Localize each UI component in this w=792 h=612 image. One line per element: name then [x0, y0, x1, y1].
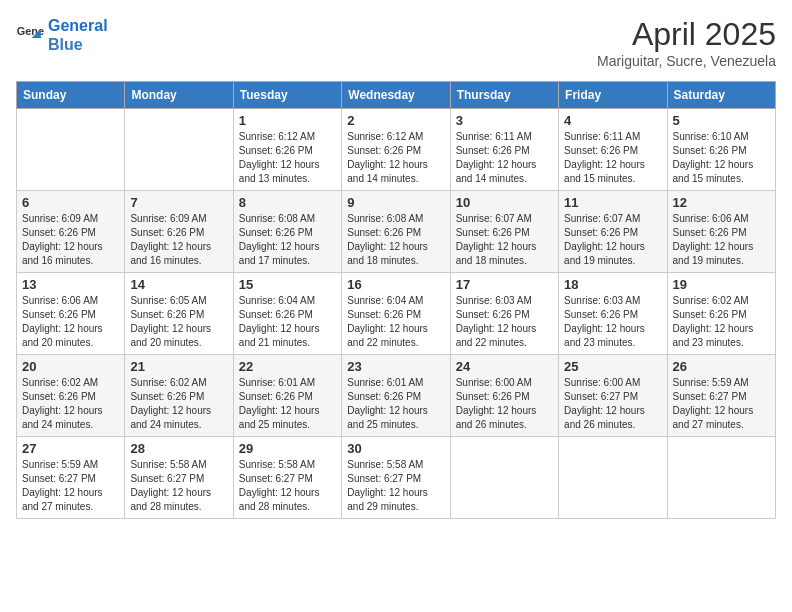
calendar-cell: 1Sunrise: 6:12 AM Sunset: 6:26 PM Daylig…	[233, 109, 341, 191]
day-number: 12	[673, 195, 770, 210]
calendar-cell: 19Sunrise: 6:02 AM Sunset: 6:26 PM Dayli…	[667, 273, 775, 355]
calendar-cell	[450, 437, 558, 519]
day-info: Sunrise: 6:04 AM Sunset: 6:26 PM Dayligh…	[347, 294, 444, 350]
day-number: 1	[239, 113, 336, 128]
calendar-cell: 9Sunrise: 6:08 AM Sunset: 6:26 PM Daylig…	[342, 191, 450, 273]
calendar-cell: 22Sunrise: 6:01 AM Sunset: 6:26 PM Dayli…	[233, 355, 341, 437]
day-info: Sunrise: 5:58 AM Sunset: 6:27 PM Dayligh…	[347, 458, 444, 514]
day-number: 6	[22, 195, 119, 210]
calendar-cell: 18Sunrise: 6:03 AM Sunset: 6:26 PM Dayli…	[559, 273, 667, 355]
day-info: Sunrise: 6:05 AM Sunset: 6:26 PM Dayligh…	[130, 294, 227, 350]
day-number: 23	[347, 359, 444, 374]
day-info: Sunrise: 6:10 AM Sunset: 6:26 PM Dayligh…	[673, 130, 770, 186]
calendar-cell: 12Sunrise: 6:06 AM Sunset: 6:26 PM Dayli…	[667, 191, 775, 273]
day-number: 25	[564, 359, 661, 374]
header-monday: Monday	[125, 82, 233, 109]
day-info: Sunrise: 6:09 AM Sunset: 6:26 PM Dayligh…	[130, 212, 227, 268]
header-row: SundayMondayTuesdayWednesdayThursdayFrid…	[17, 82, 776, 109]
page-header: General General Blue April 2025 Mariguit…	[16, 16, 776, 69]
header-saturday: Saturday	[667, 82, 775, 109]
day-info: Sunrise: 6:03 AM Sunset: 6:26 PM Dayligh…	[564, 294, 661, 350]
calendar-cell	[125, 109, 233, 191]
day-info: Sunrise: 6:07 AM Sunset: 6:26 PM Dayligh…	[564, 212, 661, 268]
calendar-cell	[559, 437, 667, 519]
calendar-cell: 11Sunrise: 6:07 AM Sunset: 6:26 PM Dayli…	[559, 191, 667, 273]
day-number: 13	[22, 277, 119, 292]
calendar-cell: 3Sunrise: 6:11 AM Sunset: 6:26 PM Daylig…	[450, 109, 558, 191]
day-info: Sunrise: 6:06 AM Sunset: 6:26 PM Dayligh…	[22, 294, 119, 350]
calendar-cell: 16Sunrise: 6:04 AM Sunset: 6:26 PM Dayli…	[342, 273, 450, 355]
day-number: 11	[564, 195, 661, 210]
logo-text: General Blue	[48, 16, 108, 54]
calendar-cell: 25Sunrise: 6:00 AM Sunset: 6:27 PM Dayli…	[559, 355, 667, 437]
day-number: 14	[130, 277, 227, 292]
day-number: 20	[22, 359, 119, 374]
calendar-cell: 23Sunrise: 6:01 AM Sunset: 6:26 PM Dayli…	[342, 355, 450, 437]
day-info: Sunrise: 6:03 AM Sunset: 6:26 PM Dayligh…	[456, 294, 553, 350]
day-info: Sunrise: 6:04 AM Sunset: 6:26 PM Dayligh…	[239, 294, 336, 350]
day-info: Sunrise: 6:06 AM Sunset: 6:26 PM Dayligh…	[673, 212, 770, 268]
calendar-cell: 14Sunrise: 6:05 AM Sunset: 6:26 PM Dayli…	[125, 273, 233, 355]
day-number: 3	[456, 113, 553, 128]
day-info: Sunrise: 6:12 AM Sunset: 6:26 PM Dayligh…	[239, 130, 336, 186]
day-info: Sunrise: 6:01 AM Sunset: 6:26 PM Dayligh…	[347, 376, 444, 432]
day-number: 10	[456, 195, 553, 210]
week-row-1: 6Sunrise: 6:09 AM Sunset: 6:26 PM Daylig…	[17, 191, 776, 273]
day-number: 17	[456, 277, 553, 292]
day-number: 16	[347, 277, 444, 292]
calendar-cell: 26Sunrise: 5:59 AM Sunset: 6:27 PM Dayli…	[667, 355, 775, 437]
week-row-2: 13Sunrise: 6:06 AM Sunset: 6:26 PM Dayli…	[17, 273, 776, 355]
calendar-cell: 27Sunrise: 5:59 AM Sunset: 6:27 PM Dayli…	[17, 437, 125, 519]
calendar-cell: 5Sunrise: 6:10 AM Sunset: 6:26 PM Daylig…	[667, 109, 775, 191]
header-tuesday: Tuesday	[233, 82, 341, 109]
month-title: April 2025	[597, 16, 776, 53]
calendar-cell	[667, 437, 775, 519]
calendar-cell	[17, 109, 125, 191]
day-number: 21	[130, 359, 227, 374]
day-number: 15	[239, 277, 336, 292]
day-number: 4	[564, 113, 661, 128]
day-info: Sunrise: 6:02 AM Sunset: 6:26 PM Dayligh…	[22, 376, 119, 432]
day-info: Sunrise: 6:07 AM Sunset: 6:26 PM Dayligh…	[456, 212, 553, 268]
day-info: Sunrise: 5:58 AM Sunset: 6:27 PM Dayligh…	[239, 458, 336, 514]
day-info: Sunrise: 6:01 AM Sunset: 6:26 PM Dayligh…	[239, 376, 336, 432]
day-info: Sunrise: 6:00 AM Sunset: 6:27 PM Dayligh…	[564, 376, 661, 432]
calendar-table: SundayMondayTuesdayWednesdayThursdayFrid…	[16, 81, 776, 519]
day-info: Sunrise: 5:58 AM Sunset: 6:27 PM Dayligh…	[130, 458, 227, 514]
day-number: 2	[347, 113, 444, 128]
calendar-cell: 30Sunrise: 5:58 AM Sunset: 6:27 PM Dayli…	[342, 437, 450, 519]
day-number: 5	[673, 113, 770, 128]
day-number: 28	[130, 441, 227, 456]
day-number: 7	[130, 195, 227, 210]
calendar-cell: 8Sunrise: 6:08 AM Sunset: 6:26 PM Daylig…	[233, 191, 341, 273]
day-info: Sunrise: 6:02 AM Sunset: 6:26 PM Dayligh…	[673, 294, 770, 350]
day-number: 26	[673, 359, 770, 374]
day-info: Sunrise: 6:11 AM Sunset: 6:26 PM Dayligh…	[564, 130, 661, 186]
day-number: 9	[347, 195, 444, 210]
day-info: Sunrise: 6:08 AM Sunset: 6:26 PM Dayligh…	[239, 212, 336, 268]
day-number: 18	[564, 277, 661, 292]
week-row-4: 27Sunrise: 5:59 AM Sunset: 6:27 PM Dayli…	[17, 437, 776, 519]
header-thursday: Thursday	[450, 82, 558, 109]
week-row-0: 1Sunrise: 6:12 AM Sunset: 6:26 PM Daylig…	[17, 109, 776, 191]
week-row-3: 20Sunrise: 6:02 AM Sunset: 6:26 PM Dayli…	[17, 355, 776, 437]
day-info: Sunrise: 6:12 AM Sunset: 6:26 PM Dayligh…	[347, 130, 444, 186]
calendar-cell: 7Sunrise: 6:09 AM Sunset: 6:26 PM Daylig…	[125, 191, 233, 273]
calendar-cell: 10Sunrise: 6:07 AM Sunset: 6:26 PM Dayli…	[450, 191, 558, 273]
day-info: Sunrise: 6:00 AM Sunset: 6:26 PM Dayligh…	[456, 376, 553, 432]
subtitle: Mariguitar, Sucre, Venezuela	[597, 53, 776, 69]
calendar-cell: 15Sunrise: 6:04 AM Sunset: 6:26 PM Dayli…	[233, 273, 341, 355]
day-number: 30	[347, 441, 444, 456]
header-sunday: Sunday	[17, 82, 125, 109]
calendar-cell: 13Sunrise: 6:06 AM Sunset: 6:26 PM Dayli…	[17, 273, 125, 355]
calendar-cell: 4Sunrise: 6:11 AM Sunset: 6:26 PM Daylig…	[559, 109, 667, 191]
day-info: Sunrise: 6:08 AM Sunset: 6:26 PM Dayligh…	[347, 212, 444, 268]
day-number: 19	[673, 277, 770, 292]
calendar-cell: 21Sunrise: 6:02 AM Sunset: 6:26 PM Dayli…	[125, 355, 233, 437]
day-number: 22	[239, 359, 336, 374]
day-info: Sunrise: 6:09 AM Sunset: 6:26 PM Dayligh…	[22, 212, 119, 268]
header-friday: Friday	[559, 82, 667, 109]
calendar-cell: 6Sunrise: 6:09 AM Sunset: 6:26 PM Daylig…	[17, 191, 125, 273]
calendar-cell: 29Sunrise: 5:58 AM Sunset: 6:27 PM Dayli…	[233, 437, 341, 519]
calendar-cell: 20Sunrise: 6:02 AM Sunset: 6:26 PM Dayli…	[17, 355, 125, 437]
